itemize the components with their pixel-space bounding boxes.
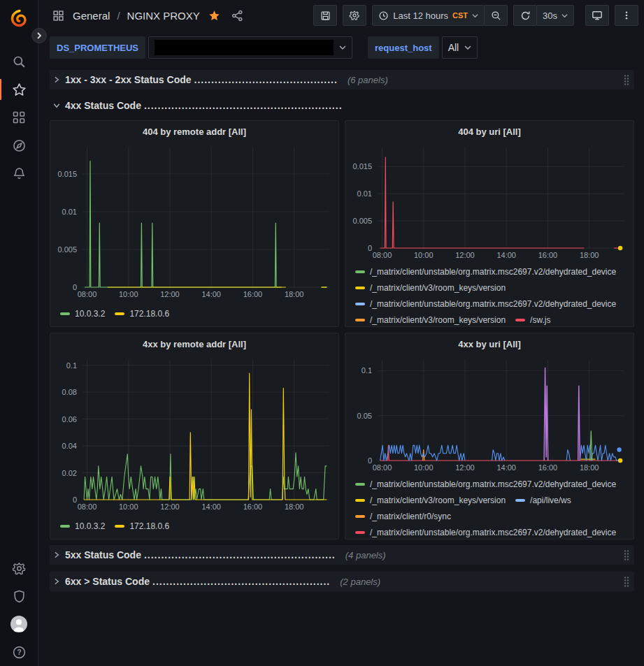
legend-item[interactable]: /sw.js: [515, 312, 550, 326]
variable-value-request-host[interactable]: All: [442, 36, 478, 59]
row-header-6xx[interactable]: 6xx > Status Code ......................…: [50, 572, 634, 591]
chevron-right-icon: [36, 32, 43, 39]
request-host-value: All: [448, 42, 459, 53]
chart-canvas[interactable]: 08:0010:0012:0014:0016:0018:0000.050.1: [345, 354, 634, 475]
variable-label-request-host[interactable]: request_host: [368, 36, 439, 59]
svg-text:18:00: 18:00: [580, 463, 599, 472]
sidebar-item-configuration[interactable]: [5, 554, 33, 582]
row-panel-count: (2 panels): [340, 577, 380, 587]
panel-legend: 10.0.3.2172.18.0.6: [50, 514, 338, 539]
legend-item[interactable]: /api/live/ws: [515, 492, 571, 508]
chart-canvas[interactable]: 08:0010:0012:0014:0016:0018:0000.0050.01…: [50, 142, 338, 301]
row-header-5xx[interactable]: 5xx Status Code ........................…: [50, 545, 634, 565]
save-dashboard-button[interactable]: [313, 5, 337, 26]
kebab-menu-button[interactable]: [615, 5, 638, 26]
breadcrumb-section[interactable]: General: [73, 10, 110, 22]
legend-label: /_matrix/client/unstable/org.matrix.msc2…: [370, 479, 616, 489]
legend-item[interactable]: /_matrix/client/unstable/org.matrix.msc2…: [355, 524, 616, 539]
svg-text:0.05: 0.05: [357, 412, 372, 420]
svg-text:16:00: 16:00: [538, 251, 558, 259]
svg-text:0.1: 0.1: [66, 361, 77, 370]
legend-label: 172.18.0.6: [129, 521, 169, 531]
apps-grid-icon[interactable]: [50, 7, 67, 24]
legend-swatch: [355, 499, 365, 502]
legend-item[interactable]: /_matrix/client/v3/room_keys/version: [355, 492, 506, 508]
avatar: [10, 615, 28, 633]
legend-swatch: [115, 525, 124, 528]
dashboard-body: 1xx - 3xx - 2xx Status Code ............…: [38, 67, 644, 666]
legend-item[interactable]: /_matrix/client/unstable/org.matrix.msc2…: [355, 263, 616, 280]
dashboard-settings-button[interactable]: [343, 5, 366, 26]
legend-label: /_matrix/client/v3/room_keys/version: [370, 495, 506, 505]
share-icon[interactable]: [229, 7, 246, 24]
variable-value-ds-prometheus[interactable]: [148, 36, 352, 59]
legend-item[interactable]: /_matrix/client/r0/sync: [355, 508, 451, 524]
sidebar-item-help[interactable]: ?: [5, 638, 33, 666]
legend-label: /api/live/ws: [530, 495, 571, 505]
row-header-1xx[interactable]: 1xx - 3xx - 2xx Status Code ............…: [50, 70, 634, 89]
legend-item[interactable]: 172.18.0.6: [115, 306, 169, 322]
refresh-button[interactable]: [513, 5, 537, 26]
svg-text:0: 0: [73, 495, 77, 504]
svg-text:0.01: 0.01: [357, 189, 372, 198]
time-picker-button[interactable]: Last 12 hours CST: [372, 5, 485, 26]
refresh-icon: [520, 10, 531, 21]
chart-canvas[interactable]: 08:0010:0012:0014:0016:0018:0000.0050.01…: [345, 142, 634, 262]
variable-label-ds-prometheus[interactable]: DS_PROMETHEUS: [50, 36, 145, 59]
legend-item[interactable]: /_matrix/client/unstable/org.matrix.msc2…: [355, 296, 616, 312]
refresh-interval-dropdown[interactable]: 30s: [536, 5, 574, 26]
dashboard-title[interactable]: NGINX PROXY: [127, 10, 200, 22]
grafana-logo[interactable]: [5, 4, 33, 32]
legend-swatch: [355, 515, 365, 518]
legend-item[interactable]: /_matrix/client/v3/room_keys/version: [355, 312, 506, 326]
svg-text:0: 0: [368, 244, 372, 252]
legend-item[interactable]: 10.0.3.2: [60, 306, 105, 322]
search-icon[interactable]: [5, 48, 33, 75]
row-drag-handle[interactable]: [623, 549, 630, 560]
panel-title[interactable]: 404 by uri [All]: [345, 121, 634, 142]
panel-title[interactable]: 404 by remote addr [All]: [50, 121, 338, 142]
sidebar-item-starred[interactable]: [5, 75, 33, 103]
legend-item[interactable]: 10.0.3.2: [60, 519, 105, 535]
svg-text:08:00: 08:00: [78, 290, 97, 298]
legend-item[interactable]: /_matrix/client/unstable/org.matrix.msc2…: [355, 476, 616, 492]
empty-space: [50, 598, 634, 666]
row-title: 6xx > Status Code: [65, 576, 150, 587]
legend-label: 172.18.0.6: [129, 309, 169, 319]
svg-text:0.1: 0.1: [362, 366, 372, 375]
sidebar-item-explore[interactable]: [5, 131, 33, 159]
sidebar-item-dashboards[interactable]: [5, 103, 33, 131]
svg-text:14:00: 14:00: [201, 502, 221, 511]
sidebar-item-server-admin[interactable]: [5, 582, 33, 610]
refresh-controls: 30s: [513, 5, 574, 26]
legend-swatch: [355, 270, 365, 273]
panel-title[interactable]: 4xx by uri [All]: [345, 333, 634, 354]
svg-text:14:00: 14:00: [496, 463, 516, 472]
sidebar: ?: [0, 0, 38, 666]
legend-swatch: [355, 319, 365, 321]
sidebar-item-profile[interactable]: [5, 610, 33, 638]
star-filled-icon[interactable]: [206, 7, 223, 24]
legend-item[interactable]: /_matrix/client/v3/room_keys/version: [355, 280, 506, 296]
monitor-icon: [592, 10, 603, 21]
legend-item[interactable]: 172.18.0.6: [115, 519, 169, 535]
row-drag-handle[interactable]: [623, 74, 630, 85]
row-header-4xx[interactable]: 4xx Status Code ........................…: [50, 96, 634, 115]
breadcrumb-divider: /: [117, 10, 120, 22]
chart-canvas[interactable]: 08:0010:0012:0014:0016:0018:0000.020.040…: [50, 354, 338, 514]
row-drag-handle[interactable]: [623, 576, 630, 587]
zoom-out-time-button[interactable]: [484, 5, 508, 26]
tv-mode-button[interactable]: [585, 5, 609, 26]
panel-title[interactable]: 4xx by remote addr [All]: [50, 333, 338, 354]
save-icon: [320, 10, 331, 21]
svg-text:0.015: 0.015: [57, 170, 77, 178]
refresh-interval-value: 30s: [543, 10, 557, 21]
chart-svg: 08:0010:0012:0014:0016:0018:0000.0050.01…: [345, 142, 634, 262]
chevron-down-icon: [52, 101, 61, 110]
sidebar-item-alerting[interactable]: [5, 159, 33, 187]
svg-text:16:00: 16:00: [538, 463, 558, 472]
legend-label: /_matrix/client/unstable/org.matrix.msc2…: [370, 528, 616, 537]
dashboards-grid-icon: [12, 110, 26, 124]
sidebar-expand-button[interactable]: [31, 28, 47, 43]
svg-text:10:00: 10:00: [414, 251, 434, 259]
